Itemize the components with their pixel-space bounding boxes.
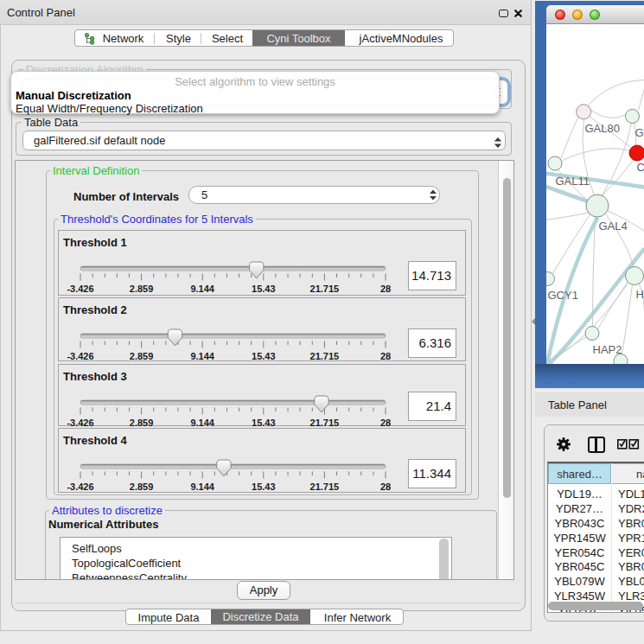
svg-text:15.43: 15.43	[252, 351, 276, 361]
svg-text:28: 28	[380, 418, 391, 428]
svg-text:-3.426: -3.426	[67, 481, 93, 492]
svg-text:GAL11: GAL11	[555, 174, 590, 187]
svg-text:HA: HA	[635, 287, 644, 300]
svg-text:CD: CD	[636, 160, 644, 173]
svg-text:21.715: 21.715	[310, 481, 340, 492]
svg-text:-3.426: -3.426	[67, 418, 93, 428]
svg-text:21.715: 21.715	[310, 351, 340, 361]
svg-text:GA: GA	[634, 125, 644, 138]
svg-text:2.859: 2.859	[130, 284, 154, 294]
svg-text:2.859: 2.859	[130, 351, 154, 361]
svg-text:2.859: 2.859	[130, 481, 154, 492]
svg-text:15.43: 15.43	[252, 284, 276, 294]
svg-text:2.859: 2.859	[130, 418, 154, 428]
svg-text:15.43: 15.43	[252, 418, 276, 428]
svg-text:21.715: 21.715	[310, 284, 340, 294]
svg-text:9.144: 9.144	[190, 351, 214, 361]
svg-text:21.715: 21.715	[310, 418, 340, 428]
svg-text:9.144: 9.144	[190, 481, 214, 492]
svg-text:HAP2: HAP2	[592, 342, 622, 355]
svg-text:9.144: 9.144	[190, 418, 214, 428]
svg-text:-3.426: -3.426	[67, 284, 93, 294]
svg-text:GCY1: GCY1	[547, 288, 577, 301]
svg-text:28: 28	[380, 351, 391, 361]
svg-text:GAL4: GAL4	[598, 219, 627, 232]
svg-text:15.43: 15.43	[252, 481, 276, 492]
svg-text:9.144: 9.144	[190, 284, 214, 294]
svg-text:GAL80: GAL80	[584, 121, 619, 134]
svg-text:28: 28	[380, 284, 391, 294]
svg-text:-3.426: -3.426	[67, 351, 93, 361]
svg-text:28: 28	[380, 481, 391, 492]
